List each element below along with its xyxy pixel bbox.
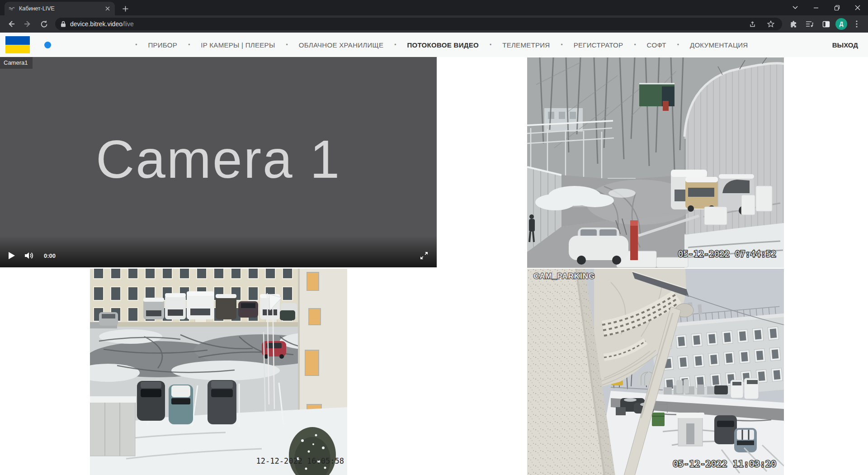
site-navbar: • ПРИБОР • IP КАМЕРЫ | ПЛЕЕРЫ • ОБЛАЧНОЕ… (0, 33, 868, 57)
parking-scene: CAM_PARKING 05-12-2022 11:03:20 (527, 269, 784, 475)
camera-feed-courtyard[interactable]: 12-12-2022 16:05:58 (90, 269, 347, 475)
courtyard-scene: 12-12-2022 16:05:58 (90, 269, 347, 475)
url-text: device.bitrek.video/live (70, 20, 134, 28)
nav-item-streaming-video[interactable]: ПОТОКОВОЕ ВИДЕО (407, 41, 479, 49)
nav-separator-dot: • (188, 42, 190, 48)
nav-separator-dot: • (634, 42, 636, 48)
nav-item-ip-cameras[interactable]: IP КАМЕРЫ | ПЛЕЕРЫ (201, 41, 275, 49)
tab-title: Кабинет-LIVE (19, 5, 100, 12)
kiosk (676, 413, 704, 446)
logout-link[interactable]: ВЫХОД (832, 41, 858, 49)
address-bar[interactable]: device.bitrek.video/live (55, 18, 782, 30)
green-dumpster (652, 413, 665, 426)
storage-container (90, 396, 136, 456)
camera-timestamp: 12-12-2022 16:05:58 (256, 456, 344, 466)
yard-scene: 05-12-2022 07:44:52 (527, 57, 784, 268)
browser-tab[interactable]: Кабинет-LIVE (5, 2, 115, 15)
camera-feed-yard[interactable]: 05-12-2022 07:44:52 (527, 57, 784, 268)
volume-icon[interactable] (24, 252, 34, 260)
camera-feed-parking[interactable]: CAM_PARKING 05-12-2022 11:03:20 (527, 269, 784, 475)
window-restore-button[interactable] (826, 0, 847, 15)
nav-item-telemetry[interactable]: ТЕЛЕМЕТРИЯ (502, 41, 550, 49)
nav-item-pribor[interactable]: ПРИБОР (148, 41, 177, 49)
url-host: device.bitrek.video (70, 20, 123, 28)
reload-icon[interactable] (37, 17, 51, 31)
media-controls-icon[interactable] (803, 17, 816, 31)
player-time: 0:00 (44, 252, 56, 259)
nav-item-soft[interactable]: СОФТ (647, 41, 666, 49)
nav-separator-dot: • (135, 42, 137, 48)
new-tab-button[interactable] (118, 2, 132, 15)
tab-favicon-icon (8, 5, 15, 12)
extensions-puzzle-icon[interactable] (787, 17, 800, 31)
nav-item-cloud-storage[interactable]: ОБЛАЧНОЕ ХРАНИЛИЩЕ (299, 41, 384, 49)
nav-separator-dot: • (490, 42, 491, 48)
tab-close-icon[interactable] (104, 5, 111, 13)
main-menu: • ПРИБОР • IP КАМЕРЫ | ПЛЕЕРЫ • ОБЛАЧНОЕ… (51, 41, 832, 49)
window-minimize-button[interactable] (806, 0, 826, 15)
dark-suv (714, 415, 737, 444)
window-close-button[interactable] (847, 0, 868, 15)
tab-search-icon[interactable] (785, 0, 806, 15)
back-icon[interactable] (5, 17, 18, 31)
lock-icon (61, 21, 66, 27)
bookmark-star-icon[interactable] (764, 17, 778, 31)
nav-separator-dot: • (394, 42, 396, 48)
camera-timestamp: 05-12-2022 07:44:52 (678, 249, 776, 259)
side-panel-icon[interactable] (819, 17, 833, 31)
nav-separator-dot: • (561, 42, 562, 48)
nav-separator-dot: • (286, 42, 288, 48)
player-controls: 0:00 (0, 236, 437, 267)
url-path: /live (123, 20, 134, 28)
foreground-cars (137, 380, 236, 424)
window-controls (785, 0, 868, 15)
browser-titlebar: Кабинет-LIVE (0, 0, 868, 15)
ukraine-flag-logo (5, 36, 30, 53)
nav-item-registrar[interactable]: РЕГИСТРАТОР (574, 41, 623, 49)
beige-van (685, 177, 718, 212)
camera-timestamp: 05-12-2022 11:03:20 (673, 458, 776, 469)
forward-icon[interactable] (21, 17, 34, 31)
fullscreen-icon[interactable] (420, 251, 429, 260)
nav-item-documentation[interactable]: ДОКУМЕНТАЦИЯ (690, 41, 748, 49)
browser-toolbar: device.bitrek.video/live Д (0, 15, 868, 33)
video-player-camera1[interactable]: Camera1 Camera 1 0:00 (0, 57, 437, 267)
camera-name-label: CAM_PARKING (533, 272, 595, 280)
share-icon[interactable] (746, 17, 760, 31)
player-camera-label: Camera1 (0, 57, 33, 69)
browser-menu-icon[interactable] (850, 17, 863, 31)
live-streams-page: Camera1 Camera 1 0:00 (0, 57, 868, 475)
red-bollard (630, 220, 638, 260)
play-button-icon[interactable] (8, 252, 15, 260)
status-dot (44, 42, 51, 48)
profile-avatar[interactable]: Д (835, 18, 847, 30)
nav-separator-dot: • (677, 42, 679, 48)
